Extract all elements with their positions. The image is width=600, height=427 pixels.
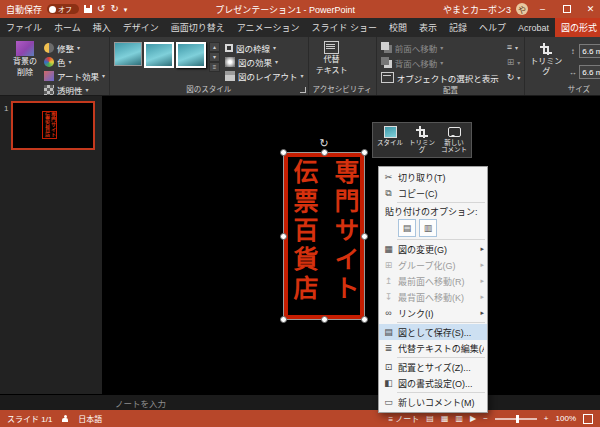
menu-item-15[interactable]: ⊡配置とサイズ(Z)... bbox=[379, 359, 487, 375]
close-button[interactable]: ✕ bbox=[581, 0, 600, 18]
tab-10[interactable]: ヘルプ bbox=[473, 18, 512, 37]
transparency-button[interactable]: 透明性 ▾ bbox=[44, 83, 105, 96]
resize-handle-n[interactable] bbox=[321, 149, 328, 156]
notes-toggle-button[interactable]: ≡ ノート bbox=[388, 413, 419, 424]
height-input[interactable]: 6.6 mm bbox=[579, 44, 600, 58]
resize-handle-ne[interactable] bbox=[361, 149, 368, 156]
menu-item-12[interactable]: ▤図として保存(S)... bbox=[379, 324, 487, 340]
menu-item-label: 最背面へ移動(K) bbox=[398, 291, 480, 304]
align-button[interactable]: ≡ ▾ bbox=[507, 41, 521, 54]
alt-text-button[interactable]: 代替 テキスト bbox=[313, 39, 351, 75]
avatar[interactable]: や bbox=[516, 3, 528, 15]
menu-item-16[interactable]: ◧図の書式設定(O)... bbox=[379, 375, 487, 391]
notes-area[interactable]: ノートを入力 bbox=[0, 394, 600, 410]
picture-style-thumb-3[interactable] bbox=[176, 42, 206, 68]
selection-pane-button[interactable]: オブジェクトの選択と表示 bbox=[381, 71, 499, 84]
menu-item-18[interactable]: ▭新しいコメント(M) bbox=[379, 394, 487, 410]
menu-item-6[interactable]: ▦図の変更(G)▸ bbox=[379, 241, 487, 257]
resize-handle-e[interactable] bbox=[361, 233, 368, 240]
picture-border-button[interactable]: 図の枠線 ▾ bbox=[225, 41, 304, 54]
fit-to-window-icon[interactable] bbox=[583, 414, 593, 424]
corrections-label: 修整 bbox=[57, 42, 74, 54]
seal-image[interactable]: 伝票百貨店 専門サイト bbox=[284, 153, 364, 319]
zoom-slider[interactable] bbox=[495, 418, 537, 420]
chevron-down-icon: ▾ bbox=[440, 59, 443, 66]
tab-8[interactable]: 表示 bbox=[413, 18, 443, 37]
menu-item-1[interactable]: ⧉コピー(C) bbox=[379, 185, 487, 201]
picture-layout-button[interactable]: 図のレイアウト ▾ bbox=[225, 69, 304, 82]
selected-picture[interactable]: ↻ 伝票百貨店 専門サイト bbox=[283, 152, 365, 320]
reading-view-icon[interactable]: ▥ bbox=[455, 415, 463, 423]
tab-7[interactable]: 校閲 bbox=[383, 18, 413, 37]
link-icon: ∞ bbox=[383, 308, 394, 318]
dialog-launcher-icon[interactable] bbox=[300, 87, 306, 93]
tab-2[interactable]: 挿入 bbox=[87, 18, 117, 37]
mini-crop-button[interactable]: トリミング bbox=[407, 125, 437, 155]
accessibility-icon[interactable] bbox=[61, 415, 69, 423]
rotate-button[interactable]: ↻ ▾ bbox=[507, 71, 521, 84]
mini-style-button[interactable]: スタイル bbox=[375, 125, 405, 155]
zoom-level[interactable]: 100% bbox=[556, 414, 576, 423]
new-comment-icon: ▭ bbox=[383, 397, 394, 407]
resize-handle-w[interactable] bbox=[280, 233, 287, 240]
slide-editor[interactable]: ↻ 伝票百貨店 専門サイト bbox=[102, 96, 600, 394]
group-objects-button[interactable]: ⊞ ▾ bbox=[507, 56, 521, 69]
menu-item-13[interactable]: ≣代替テキストの編集(A)... bbox=[379, 340, 487, 356]
tab-1[interactable]: ホーム bbox=[48, 18, 87, 37]
tab-6[interactable]: スライド ショー bbox=[305, 18, 383, 37]
picture-border-label: 図の枠線 bbox=[236, 42, 270, 54]
slideshow-view-icon[interactable]: ▶ bbox=[470, 415, 476, 423]
tab-5[interactable]: アニメーション bbox=[231, 18, 306, 37]
tab-11[interactable]: Acrobat bbox=[512, 18, 555, 37]
menu-separator bbox=[397, 357, 485, 358]
slide-sorter-view-icon[interactable]: ▦ bbox=[441, 415, 449, 423]
tab-0[interactable]: ファイル bbox=[0, 18, 48, 37]
tab-12-active[interactable]: 図の形式 bbox=[555, 18, 600, 37]
resize-handle-sw[interactable] bbox=[280, 316, 287, 323]
gallery-more-icon[interactable]: ≡ bbox=[209, 62, 220, 72]
crop-button[interactable]: トリミング bbox=[529, 39, 563, 81]
gallery-down-icon[interactable]: ▾ bbox=[209, 52, 220, 62]
zoom-slider-knob[interactable] bbox=[516, 415, 519, 423]
bring-forward-button[interactable]: 前面へ移動 ▾ bbox=[381, 41, 499, 54]
zoom-in-button[interactable]: + bbox=[544, 414, 549, 423]
remove-background-button[interactable]: 背景の 削除 bbox=[6, 39, 44, 77]
paste-keep-formatting-icon[interactable]: ▤ bbox=[398, 219, 416, 237]
artistic-effects-icon bbox=[44, 71, 54, 81]
crop-icon bbox=[540, 43, 552, 55]
normal-view-icon[interactable]: ▤ bbox=[426, 415, 434, 423]
picture-style-thumb-1[interactable] bbox=[114, 42, 142, 66]
corrections-button[interactable]: 修整 ▾ bbox=[44, 41, 105, 54]
menu-item-label: 図の変更(G) bbox=[398, 243, 480, 256]
user-name[interactable]: やまとカーボン3 bbox=[443, 3, 511, 16]
picture-effects-button[interactable]: 図の効果 ▾ bbox=[225, 55, 304, 68]
zoom-out-button[interactable]: − bbox=[483, 414, 488, 423]
picture-style-thumb-2[interactable] bbox=[144, 42, 174, 68]
language-indicator[interactable]: 日本語 bbox=[78, 413, 102, 424]
autosave-toggle[interactable]: オフ bbox=[47, 4, 79, 14]
undo-icon[interactable]: ↺ bbox=[97, 4, 105, 14]
restore-button[interactable] bbox=[557, 0, 576, 18]
artistic-effects-button[interactable]: アート効果 ▾ bbox=[44, 69, 105, 82]
resize-handle-se[interactable] bbox=[361, 316, 368, 323]
minimize-button[interactable]: – bbox=[533, 0, 552, 18]
paste-options-caption: 貼り付けのオプション: bbox=[379, 204, 487, 218]
menu-item-10[interactable]: ∞リンク(I)▸ bbox=[379, 305, 487, 321]
tab-9[interactable]: 記録 bbox=[443, 18, 473, 37]
width-input[interactable]: 6.6 mm bbox=[579, 65, 600, 79]
redo-icon[interactable]: ↻ bbox=[110, 4, 118, 14]
resize-handle-nw[interactable] bbox=[280, 149, 287, 156]
mini-new-comment-button[interactable]: 新しい コメント bbox=[439, 125, 469, 155]
gallery-up-icon[interactable]: ▴ bbox=[209, 42, 220, 52]
tab-4[interactable]: 画面切り替え bbox=[165, 18, 231, 37]
chevron-down-icon: ▾ bbox=[86, 86, 89, 93]
resize-handle-s[interactable] bbox=[321, 316, 328, 323]
save-icon[interactable] bbox=[84, 5, 92, 13]
paste-picture-icon[interactable]: ▥ bbox=[419, 219, 437, 237]
menu-item-0[interactable]: ✂切り取り(T) bbox=[379, 169, 487, 185]
color-button[interactable]: 色 ▾ bbox=[44, 55, 105, 68]
send-backward-button[interactable]: 背面へ移動 ▾ bbox=[381, 56, 499, 69]
tab-3[interactable]: デザイン bbox=[117, 18, 165, 37]
slide-thumbnail[interactable]: 伝票百貨店 専門サイト bbox=[13, 103, 93, 148]
group-label-size: サイズ bbox=[529, 84, 600, 95]
